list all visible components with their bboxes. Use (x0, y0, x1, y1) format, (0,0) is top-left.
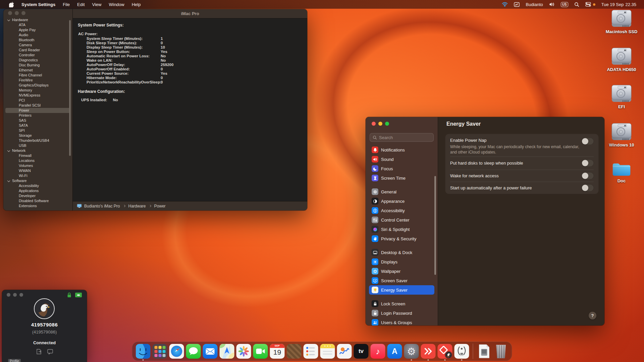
dock-mail-icon[interactable] (203, 342, 218, 361)
close-button[interactable] (7, 293, 10, 297)
sysinfo-window-controls[interactable] (8, 11, 25, 15)
menu-clock[interactable]: Tue 19 Sep 22.35 (598, 0, 639, 9)
dock-system-settings-icon[interactable]: ⚙ (404, 342, 419, 361)
menu-window[interactable]: Window (105, 0, 128, 9)
zoom-button[interactable] (21, 11, 25, 15)
sidebar-item-displays[interactable]: Displays (369, 257, 434, 266)
chat-icon[interactable] (47, 349, 53, 355)
sysinfo-sidebar-item[interactable]: Controller (5, 53, 70, 58)
dock-document-icon[interactable] (477, 342, 492, 361)
sysinfo-sidebar-item[interactable]: Power (5, 108, 70, 113)
wake-network-toggle[interactable] (582, 172, 594, 179)
file-transfer-icon[interactable] (36, 349, 42, 355)
dock-waveform-app-icon[interactable] (337, 342, 352, 361)
sysinfo-sidebar-item[interactable]: Storage (5, 133, 70, 138)
minimize-button[interactable] (15, 11, 19, 15)
sysinfo-sidebar-item[interactable]: Applications (5, 188, 70, 193)
dock-app-store-icon[interactable]: A (387, 342, 402, 361)
sidebar-item-notifications[interactable]: Notifications (369, 145, 434, 155)
sidebar-item-screen-saver[interactable]: Screen Saver (369, 276, 434, 285)
sidebar-item-accessibility[interactable]: Accessibility (369, 206, 434, 215)
sysinfo-section-hardware[interactable]: Hardware (3, 17, 72, 22)
wifi-menu-icon[interactable] (499, 0, 511, 9)
control-center-menu-icon[interactable] (582, 0, 598, 9)
menu-username[interactable]: Budianto (523, 0, 546, 9)
close-button[interactable] (8, 11, 12, 15)
anydesk-window-controls[interactable] (7, 293, 23, 297)
dock-finder-icon[interactable] (136, 342, 151, 361)
minimize-button[interactable] (378, 122, 382, 126)
sysinfo-sidebar-item[interactable]: Parallel SCSI (5, 103, 70, 108)
spotlight-menu-icon[interactable] (571, 0, 582, 9)
sysinfo-sidebar-item[interactable]: Disc Burning (5, 63, 70, 68)
dock-photos-icon[interactable] (236, 342, 252, 361)
sidebar-item-desktop-dock[interactable]: Desktop & Dock (369, 248, 434, 257)
dock-reminders-icon[interactable] (303, 342, 319, 361)
sysinfo-sidebar-item[interactable]: Accessibility (5, 183, 70, 188)
dock-notes-icon[interactable] (320, 342, 335, 361)
settings-search-field[interactable]: Search (370, 133, 434, 142)
dock-tv-icon[interactable]: tv (354, 342, 369, 361)
desktop-icon-windows-10[interactable]: Windows 10 (602, 123, 641, 147)
sidebar-item-lock-screen[interactable]: Lock Screen (369, 299, 434, 308)
sysinfo-sidebar-item[interactable]: Firewall (5, 153, 70, 158)
sysinfo-sidebar-item[interactable]: Locations (5, 158, 70, 163)
dock-trash-icon[interactable] (493, 342, 509, 361)
sidebar-item-screen-time[interactable]: Screen Time (369, 173, 434, 183)
menu-edit[interactable]: Edit (73, 0, 88, 9)
help-button[interactable]: ? (589, 312, 596, 319)
power-nap-toggle[interactable] (582, 138, 594, 145)
auto-startup-toggle[interactable] (582, 184, 594, 191)
dock-calendar-icon[interactable]: SEP 19 (270, 342, 285, 361)
sysinfo-sidebar-item[interactable]: Ethernet (5, 68, 70, 73)
sysinfo-sidebar-item[interactable]: Volumes (5, 163, 70, 168)
sysinfo-sidebar-item[interactable]: Card Reader (5, 48, 70, 53)
sysinfo-sidebar-item[interactable]: Disabled Software (5, 198, 70, 203)
sysinfo-sidebar-item[interactable]: FireWire (5, 78, 70, 83)
dock-anydesk-session-icon[interactable] (437, 342, 453, 361)
sysinfo-sidebar-item[interactable]: USB (5, 143, 70, 148)
sysinfo-sidebar-item[interactable]: Developer (5, 193, 70, 198)
sidebar-item-sound[interactable]: Sound (369, 155, 434, 164)
sidebar-item-general[interactable]: General (369, 187, 434, 196)
dock-anydesk-icon[interactable] (421, 342, 436, 361)
menu-app-name[interactable]: System Settings (18, 0, 59, 9)
input-source-menu[interactable]: US (558, 0, 571, 9)
sidebar-item-appearance[interactable]: Appearance (369, 196, 434, 206)
sysinfo-sidebar-item[interactable]: Graphics/Displays (5, 83, 70, 88)
menu-file[interactable]: File (59, 0, 73, 9)
settings-sidebar-scrollbar[interactable] (434, 176, 436, 275)
sidebar-item-energy-saver[interactable]: Energy Saver (369, 285, 434, 295)
zoom-button[interactable] (385, 122, 389, 126)
sysinfo-sidebar-item[interactable]: Memory (5, 88, 70, 93)
dock-safari-icon[interactable] (169, 342, 184, 361)
sysinfo-sidebar-scrollbar[interactable] (69, 20, 71, 156)
sidebar-item-control-center[interactable]: Control Center (369, 215, 434, 225)
desktop-icon-macintosh-ssd[interactable]: Macintosh SSD (602, 9, 641, 34)
profile-tab[interactable]: Profile (8, 359, 21, 362)
menu-view[interactable]: View (89, 0, 105, 9)
dock-messages-icon[interactable] (186, 342, 201, 361)
sysinfo-sidebar-item[interactable]: Extensions (5, 203, 70, 208)
sysinfo-sidebar-item[interactable]: Thunderbolt/USB4 (5, 138, 70, 143)
dock-maps-icon[interactable] (219, 342, 235, 361)
sysinfo-sidebar-item[interactable]: Apple Pay (5, 27, 70, 33)
desktop-icon-doc-folder[interactable]: Doc (602, 162, 641, 183)
menu-help[interactable]: Help (128, 0, 145, 9)
sysinfo-section-software[interactable]: Software (3, 178, 72, 183)
dock-clamp-tool-icon[interactable] (454, 342, 470, 361)
hard-disks-sleep-toggle[interactable] (582, 160, 594, 167)
sidebar-item-login-password[interactable]: Login Password (369, 308, 434, 318)
sidebar-item-privacy-security[interactable]: Privacy & Security (369, 234, 434, 243)
sysinfo-sidebar-item[interactable]: ATA (5, 22, 70, 27)
dock-facetime-icon[interactable] (253, 342, 268, 361)
close-button[interactable] (372, 122, 376, 126)
sysinfo-sidebar-item[interactable]: SATA (5, 123, 70, 128)
volume-menu-icon[interactable] (546, 0, 558, 9)
sysinfo-sidebar-item[interactable]: Camera (5, 43, 70, 48)
settings-window-controls[interactable] (372, 122, 389, 126)
sysinfo-sidebar-item[interactable]: Printers (5, 113, 70, 118)
dock-launchpad-icon[interactable] (152, 342, 168, 361)
sidebar-item-users-groups[interactable]: Users & Groups (369, 318, 434, 325)
sidebar-item-focus[interactable]: Focus (369, 164, 434, 173)
